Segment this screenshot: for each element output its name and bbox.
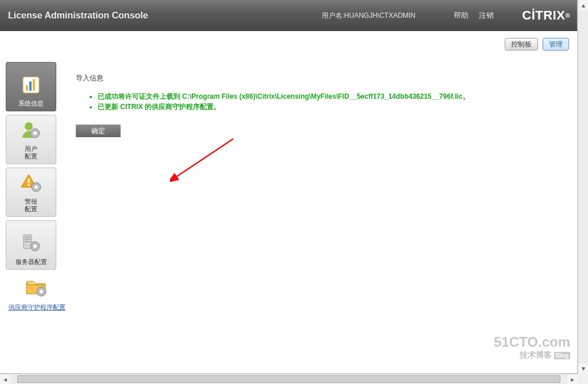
success-message: 已成功将许可证文件上载到 C:\Program Files (x86)\Citr… [98,91,563,102]
scroll-up-arrow[interactable]: ▴ [578,0,588,10]
folder-gear-icon [24,276,49,301]
scroll-down-arrow[interactable]: ▾ [578,363,588,374]
sidebar-item-label: 服务器配置 [16,258,47,266]
horizontal-scrollbar[interactable]: ◂ ▸ [0,374,578,384]
svg-point-6 [33,131,37,135]
svg-point-16 [33,245,37,248]
user-block: 用户名: HUANGJH\CTXADMIN [322,0,415,31]
section-title: 导入信息 [76,73,563,83]
top-actions: 控制板 管理 [0,31,577,57]
logout-link[interactable]: 注销 [479,10,494,21]
scroll-right-arrow[interactable]: ▸ [567,374,578,384]
sidebar-item-server-config[interactable]: 服务器配置 [6,220,56,270]
message-list: 已成功将许可证文件上载到 C:\Program Files (x86)\Citr… [76,91,563,112]
user-label: 用户名: [322,11,344,21]
chart-icon [18,72,44,98]
svg-point-10 [34,185,38,189]
svg-rect-1 [26,85,28,91]
help-link[interactable]: 帮助 [454,10,469,21]
svg-rect-2 [29,82,32,91]
header-links: 帮助 注销 [454,0,494,31]
dashboard-button[interactable]: 控制板 [505,38,538,51]
svg-rect-8 [28,184,30,186]
ok-button[interactable]: 确定 [76,125,121,137]
admin-button[interactable]: 管理 [543,38,569,51]
sidebar-item-system-info[interactable]: 系统信息 [6,62,56,111]
svg-point-4 [25,122,33,130]
svg-rect-12 [25,236,30,238]
vertical-scrollbar[interactable]: ▴ ▾ [578,0,588,374]
sidebar-item-label: 用户 配置 [25,145,37,160]
sidebar-item-alert-config[interactable]: 警报 配置 [6,168,56,217]
sidebar-item-label[interactable]: 供应商守护程序配置 [6,303,68,312]
annotation-arrow [170,137,239,188]
user-name: HUANGJH\CTXADMIN [344,11,415,20]
app-title: License Administration Console [8,10,148,21]
svg-rect-3 [33,79,35,91]
svg-rect-13 [25,239,30,240]
scroll-thumb[interactable] [17,375,560,383]
sidebar-item-user-config[interactable]: 用户 配置 [6,115,56,164]
app-header: License Administration Console 用户名: HUAN… [0,0,577,31]
sidebar: 系统信息 用户 配置 [0,57,62,373]
svg-point-18 [40,290,43,293]
svg-line-19 [175,139,233,178]
svg-rect-14 [25,241,30,242]
server-gear-icon [18,231,44,256]
svg-rect-7 [28,179,30,183]
user-gear-icon [18,118,44,143]
sidebar-item-vendor-daemon[interactable]: 供应商守护程序配置 [6,276,68,312]
success-message: 已更新 CITRIX 的供应商守护程序配置。 [98,102,563,112]
alert-gear-icon [18,170,44,196]
sidebar-item-label: 系统信息 [18,100,44,107]
brand-logo: CİTRIX® [522,0,570,31]
sidebar-item-label: 警报 配置 [25,198,37,213]
scroll-left-arrow[interactable]: ◂ [0,374,10,384]
main-content: 导入信息 已成功将许可证文件上载到 C:\Program Files (x86)… [62,57,577,373]
